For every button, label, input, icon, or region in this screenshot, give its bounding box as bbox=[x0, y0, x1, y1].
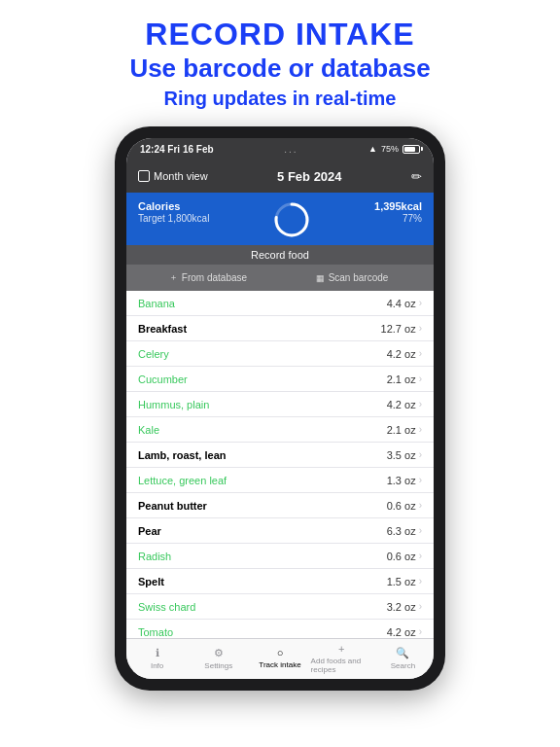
header-subtitle: Use barcode or database bbox=[19, 53, 541, 84]
chevron-right-icon: › bbox=[419, 500, 422, 511]
tab-label: Track intake bbox=[259, 660, 300, 669]
tab-label: Add foods and recipes bbox=[311, 657, 372, 674]
food-name: Kale bbox=[138, 424, 159, 436]
status-time: 12:24 Fri 16 Feb bbox=[140, 144, 214, 155]
calories-label: Calories bbox=[138, 200, 209, 212]
food-item[interactable]: Celery 4.2 oz › bbox=[126, 341, 434, 367]
food-name: Lettuce, green leaf bbox=[138, 475, 227, 486]
database-tab-label: From database bbox=[182, 272, 247, 283]
status-dots: ... bbox=[284, 144, 298, 155]
food-amount: 4.4 oz › bbox=[387, 298, 422, 309]
chevron-right-icon: › bbox=[419, 626, 422, 637]
battery-percent: 75% bbox=[381, 144, 399, 154]
tab-item-add-foods-and-recipes[interactable]: + Add foods and recipes bbox=[311, 643, 372, 673]
status-bar: 12:24 Fri 16 Feb ... ▲ 75% bbox=[126, 138, 434, 160]
chevron-right-icon: › bbox=[419, 449, 422, 460]
header-section: RECORD INTAKE Use barcode or database Ri… bbox=[0, 0, 560, 121]
tab-label: Search bbox=[391, 661, 415, 670]
tab-item-settings[interactable]: ⚙ Settings bbox=[188, 643, 249, 673]
food-item[interactable]: Kale 2.1 oz › bbox=[126, 417, 434, 443]
chevron-right-icon: › bbox=[419, 348, 422, 359]
tab-label: Settings bbox=[204, 661, 232, 670]
device-screen: 12:24 Fri 16 Feb ... ▲ 75% Month view 5 … bbox=[126, 138, 434, 679]
food-amount: 4.2 oz › bbox=[387, 626, 422, 638]
barcode-tab-label: Scan barcode bbox=[329, 272, 389, 283]
month-view-label: Month view bbox=[154, 170, 208, 182]
food-amount-value: 1.3 oz bbox=[387, 475, 416, 486]
tab-item-search[interactable]: 🔍 Search bbox=[372, 643, 434, 673]
food-amount-value: 12.7 oz bbox=[381, 323, 416, 335]
calories-left: Calories Target 1,800kcal bbox=[138, 200, 209, 224]
food-item[interactable]: Radish 0.6 oz › bbox=[126, 544, 434, 569]
food-item[interactable]: Spelt 1.5 oz › bbox=[126, 569, 434, 594]
food-name: Pear bbox=[138, 525, 161, 537]
food-name: Breakfast bbox=[138, 323, 187, 335]
header-tagline: Ring updates in real-time bbox=[19, 86, 541, 111]
tab-label: Info bbox=[151, 661, 163, 670]
month-view-button[interactable]: Month view bbox=[138, 170, 208, 182]
food-amount: 6.3 oz › bbox=[387, 525, 422, 537]
food-amount-value: 4.2 oz bbox=[387, 348, 416, 360]
food-amount: 1.5 oz › bbox=[387, 576, 422, 587]
food-amount-value: 4.4 oz bbox=[387, 298, 416, 309]
calories-ring bbox=[272, 200, 311, 239]
food-amount: 3.2 oz › bbox=[387, 601, 422, 613]
food-amount-value: 2.1 oz bbox=[387, 374, 416, 385]
food-amount-value: 4.2 oz bbox=[387, 626, 416, 638]
wifi-icon: ▲ bbox=[368, 144, 377, 154]
food-item[interactable]: Cucumber 2.1 oz › bbox=[126, 367, 434, 392]
food-item[interactable]: Hummus, plain 4.2 oz › bbox=[126, 392, 434, 417]
food-amount-value: 3.2 oz bbox=[387, 601, 416, 613]
edit-icon[interactable]: ✏ bbox=[411, 169, 422, 184]
food-amount: 2.1 oz › bbox=[387, 424, 422, 436]
calories-section: Calories Target 1,800kcal 1,395kcal 77% bbox=[126, 193, 434, 245]
food-item[interactable]: Peanut butter 0.6 oz › bbox=[126, 493, 434, 518]
food-amount: 1.3 oz › bbox=[387, 475, 422, 486]
food-amount: 4.2 oz › bbox=[387, 348, 422, 360]
food-name: Peanut butter bbox=[138, 500, 207, 512]
tab-icon: ℹ bbox=[156, 647, 159, 659]
food-item[interactable]: Pear 6.3 oz › bbox=[126, 518, 434, 544]
header-title: RECORD INTAKE bbox=[19, 18, 541, 52]
food-amount-value: 6.3 oz bbox=[387, 525, 416, 537]
food-item[interactable]: Banana 4.4 oz › bbox=[126, 291, 434, 316]
food-item[interactable]: Breakfast 12.7 oz › bbox=[126, 316, 434, 341]
tab-item-track-intake[interactable]: ○ Track intake bbox=[249, 643, 310, 673]
plus-icon: ＋ bbox=[169, 271, 178, 284]
calendar-icon bbox=[138, 170, 150, 182]
food-name: Swiss chard bbox=[138, 601, 195, 613]
food-name: Banana bbox=[138, 298, 175, 309]
chevron-right-icon: › bbox=[419, 475, 422, 485]
food-item[interactable]: Lamb, roast, lean 3.5 oz › bbox=[126, 443, 434, 468]
food-name: Lamb, roast, lean bbox=[138, 449, 226, 461]
database-tab[interactable]: ＋ From database bbox=[136, 268, 280, 287]
food-amount: 4.2 oz › bbox=[387, 399, 422, 410]
food-amount: 0.6 oz › bbox=[387, 500, 422, 512]
chevron-right-icon: › bbox=[419, 525, 422, 536]
record-food-tab[interactable]: Record food bbox=[126, 245, 434, 265]
food-amount: 12.7 oz › bbox=[381, 323, 422, 335]
chevron-right-icon: › bbox=[419, 323, 422, 334]
tab-icon: 🔍 bbox=[396, 647, 409, 659]
chevron-right-icon: › bbox=[419, 424, 422, 435]
food-amount-value: 1.5 oz bbox=[387, 576, 416, 587]
battery-icon bbox=[402, 145, 420, 154]
food-item[interactable]: Tomato 4.2 oz › bbox=[126, 620, 434, 638]
food-name: Hummus, plain bbox=[138, 399, 209, 410]
calories-target: Target 1,800kcal bbox=[138, 213, 209, 224]
chevron-right-icon: › bbox=[419, 374, 422, 384]
calories-percent: 77% bbox=[374, 213, 422, 224]
chevron-right-icon: › bbox=[419, 399, 422, 409]
chevron-right-icon: › bbox=[419, 601, 422, 612]
tab-item-info[interactable]: ℹ Info bbox=[126, 643, 188, 673]
food-name: Tomato bbox=[138, 626, 173, 638]
food-item[interactable]: Swiss chard 3.2 oz › bbox=[126, 594, 434, 620]
ring-svg bbox=[272, 200, 311, 239]
calories-amount: 1,395kcal bbox=[374, 200, 422, 212]
barcode-icon: ▦ bbox=[316, 273, 325, 283]
barcode-tab[interactable]: ▦ Scan barcode bbox=[280, 268, 424, 287]
food-item[interactable]: Lettuce, green leaf 1.3 oz › bbox=[126, 468, 434, 493]
nav-bar: Month view 5 Feb 2024 ✏ bbox=[126, 160, 434, 193]
nav-date: 5 Feb 2024 bbox=[277, 169, 342, 184]
food-amount-value: 4.2 oz bbox=[387, 399, 416, 410]
